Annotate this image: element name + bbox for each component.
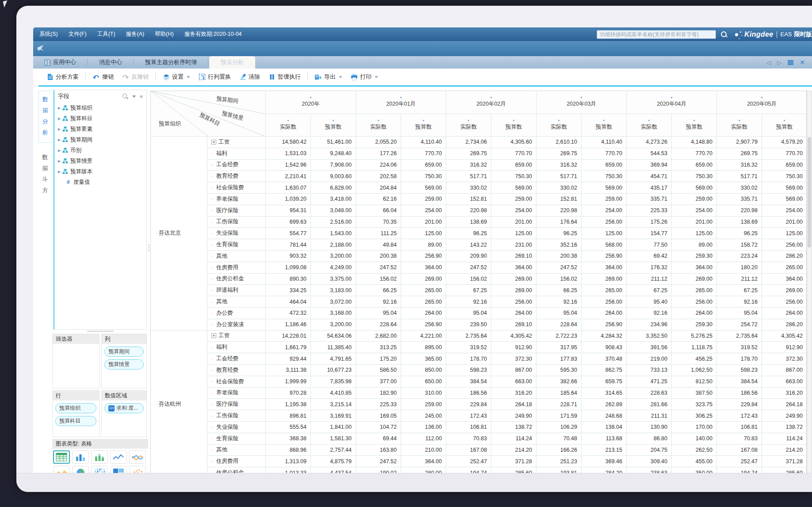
暂缓执行-button[interactable]: 暂缓执行 [268,73,301,81]
chart-type-spline-icon[interactable] [129,450,146,464]
account-cell[interactable]: ·办公室装潢 [207,319,266,331]
行列置换-button[interactable]: 行列置换 [198,73,231,81]
account-cell[interactable]: ·生育保险 [207,239,266,251]
field-item-预算要素[interactable]: ▶预算要素 [54,124,146,134]
menu-item[interactable]: 服务(A) [126,30,145,38]
quick-search-input[interactable] [597,30,716,39]
account-cell[interactable]: ·社会保险费 [207,376,266,388]
account-cell[interactable]: ·其他 [207,296,266,308]
expand-plus-icon[interactable]: + [211,333,216,338]
chip-预算期间[interactable]: 预算期间 [104,347,144,357]
column-subheader[interactable]: 实际数 [536,114,582,137]
chart-type-stacked-bar-icon[interactable] [91,450,108,464]
account-cell[interactable]: +工资 [207,331,266,342]
expand-arrow-icon[interactable]: ▶ [58,170,62,174]
column-group-header[interactable]: 2020年01月 [356,91,446,114]
account-cell[interactable]: ·养老保险 [207,194,266,205]
expand-arrow-icon[interactable]: ▶ [58,149,62,152]
account-cell[interactable]: ·教育经费 [207,171,266,182]
expand-arrow-icon[interactable]: ▶ [58,117,62,121]
column-group-header[interactable]: 2020年02月 [446,91,536,114]
expand-arrow-icon[interactable]: ▶ [58,127,62,131]
side-tab-data-analysis[interactable]: 数据分析 [38,91,52,143]
field-item-预算组织[interactable]: ▶预算组织 [54,103,146,113]
horizontal-splitter[interactable] [87,331,114,333]
menu-item[interactable]: 帮助(H) [155,30,173,38]
close-icon[interactable]: ✕ [800,59,805,66]
column-subheader[interactable]: 预算数 [311,114,356,137]
column-subheader[interactable]: 预算数 [401,114,446,137]
chart-type-bar-icon[interactable] [72,450,89,464]
account-cell[interactable]: ·辞退福利 [207,285,266,296]
dropdown-caret-icon[interactable] [339,76,342,78]
menu-item[interactable]: 工具(T) [97,30,115,38]
chip-预算情景[interactable]: 预算情景 [104,359,144,370]
column-subheader[interactable]: 实际数 [356,114,401,137]
account-cell[interactable]: ·其他 [207,445,266,456]
search-icon[interactable] [720,31,728,38]
scrollbar-thumb[interactable] [808,137,811,248]
menu-item[interactable]: 文件(F) [69,30,87,38]
column-group-header[interactable]: 2020年04月 [627,91,717,114]
account-cell[interactable]: ·住房费用 [207,262,266,274]
column-subheader[interactable]: 预算数 [762,114,807,137]
expand-arrow-icon[interactable]: ▶ [58,159,62,163]
tab-消息中心[interactable]: 消息中心 [88,56,134,69]
field-search-icon[interactable] [123,94,128,99]
tab-应用中心[interactable]: 应用中心 [33,56,88,69]
account-cell[interactable]: ·其他 [207,251,266,262]
vertical-scrollbar[interactable] [807,91,812,473]
account-cell[interactable]: ·住房费用 [207,456,266,467]
field-filter-caret-icon[interactable] [132,95,136,98]
shortcut-icon[interactable] [37,45,45,51]
account-cell[interactable]: ·养老保险 [207,388,266,399]
nav-back-icon[interactable]: ◁ [766,59,771,66]
column-group-header[interactable]: 2020年05月 [717,91,807,114]
dropdown-caret-icon[interactable] [187,76,190,78]
chip-求和:度...[interactable]: 123求和:度... [104,403,144,413]
account-cell[interactable]: +工资 [207,137,266,148]
chart-type-line-icon[interactable] [110,450,127,464]
field-item-预算科目[interactable]: ▶预算科目 [54,113,146,124]
chart-type-table-icon[interactable] [53,450,70,464]
撤销-button[interactable]: 撤销 [92,73,114,81]
设置-button[interactable]: 设置 [162,73,190,81]
导出-button[interactable]: 导出 [314,73,342,81]
field-item-预算版本[interactable]: ▶预算版本 [54,166,146,177]
tab-预算主题分析序时簿[interactable]: 预算主题分析序时簿 [134,56,208,69]
collapse-bullet-icon[interactable]: · [156,230,158,236]
nav-forward-icon[interactable]: ▷ [777,59,781,66]
account-cell[interactable]: ·住房公积金 [207,467,266,473]
expand-arrow-icon[interactable]: ▶ [58,106,62,110]
expand-plus-icon[interactable]: + [211,140,216,145]
account-cell[interactable]: ·医疗保险 [207,399,266,410]
collapse-bullet-icon[interactable]: · [156,401,158,408]
vertical-splitter[interactable] [148,244,149,259]
column-subheader[interactable]: 实际数 [266,114,311,137]
chip-预算科目[interactable]: 预算科目 [55,416,96,426]
side-tab-data-cube[interactable]: 数据斗方 [38,152,52,196]
org-cell[interactable]: ·芬达北京 [151,137,207,331]
account-cell[interactable]: ·工会经费 [207,160,266,171]
field-item-预算期间[interactable]: ▶预算期间 [54,134,146,145]
account-cell[interactable]: ·失业保险 [207,228,266,239]
account-cell[interactable]: ·办公费 [207,308,266,319]
account-cell[interactable]: ·福利 [207,148,266,160]
org-cell[interactable]: ·芬达杭州 [151,331,207,473]
column-group-header[interactable]: 2020年03月 [536,91,627,114]
account-cell[interactable]: ·生育保险 [207,433,266,445]
account-cell[interactable]: ·工伤保险 [207,217,266,228]
expand-arrow-icon[interactable]: ▶ [58,138,62,142]
column-subheader[interactable]: 预算数 [672,114,717,137]
column-subheader[interactable]: 预算数 [582,114,627,137]
collapse-panel-icon[interactable]: « [140,93,143,99]
field-item-币别[interactable]: ▶币别 [54,145,146,156]
account-cell[interactable]: ·教育经费 [207,365,266,376]
打印-button[interactable]: 打印 [350,73,378,81]
field-item-度量值[interactable]: #度量值 [54,177,146,187]
column-group-header[interactable]: 2020年 [266,91,356,114]
field-item-预算情景[interactable]: ▶预算情景 [54,156,146,166]
account-cell[interactable]: ·福利 [207,342,266,353]
chip-预算组织[interactable]: 预算组织 [55,403,96,413]
tab-list-icon[interactable] [788,60,793,65]
